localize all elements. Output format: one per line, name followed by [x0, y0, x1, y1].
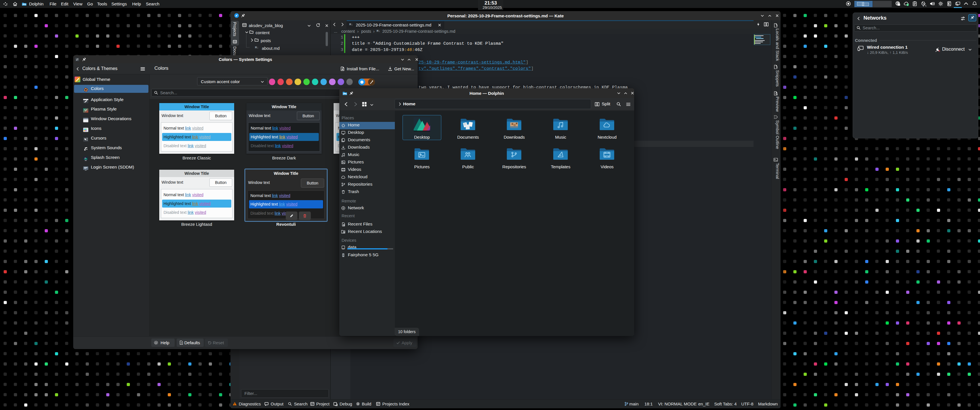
svg-text:5 °C: 5 °C — [923, 5, 926, 7]
